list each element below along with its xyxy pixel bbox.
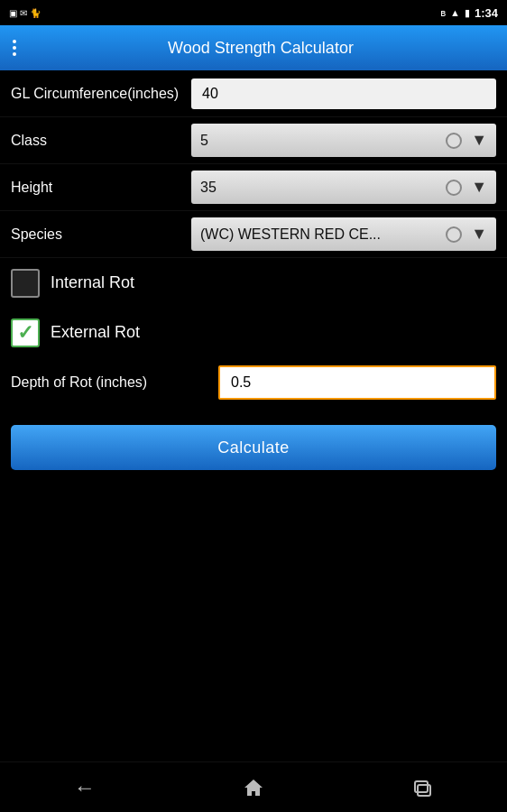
checkmark-icon: ✓ (17, 323, 33, 343)
height-row: Height 35 ▼ (0, 164, 507, 211)
gl-circumference-label: GL Circumference(inches) (11, 86, 191, 102)
depth-of-rot-row: Depth of Rot (inches) (0, 357, 507, 407)
calculate-section: Calculate (0, 407, 507, 479)
home-button[interactable] (226, 770, 281, 806)
internal-rot-checkbox[interactable] (11, 269, 40, 298)
height-value: 35 (200, 180, 446, 196)
class-dropdown[interactable]: 5 ▼ (191, 124, 496, 157)
status-bar: ▣ ✉ 🐈 ʙ ▲ ▮ 1:34 (0, 0, 507, 25)
species-value: (WC) WESTERN RED CE... (200, 226, 446, 243)
species-dropdown-arrow: ▼ (471, 225, 487, 244)
app-title: Wood Strength Calculator (27, 39, 494, 58)
recent-apps-button[interactable] (395, 770, 449, 806)
recent-apps-icon (412, 779, 432, 797)
gl-circumference-row: GL Circumference(inches) (0, 70, 507, 117)
height-label: Height (11, 180, 191, 196)
species-dropdown[interactable]: (WC) WESTERN RED CE... ▼ (191, 217, 496, 251)
class-radio-indicator (446, 133, 462, 149)
bluetooth-icon: ʙ (440, 7, 446, 19)
status-bar-right-icons: ʙ ▲ ▮ 1:34 (440, 6, 498, 20)
app-bar: Wood Strength Calculator (0, 25, 507, 70)
back-icon: ← (74, 775, 96, 800)
notification-icons: ▣ ✉ 🐈 (9, 8, 41, 18)
species-row: Species (WC) WESTERN RED CE... ▼ (0, 211, 507, 258)
wifi-icon: ▲ (450, 7, 460, 18)
external-rot-row: ✓ External Rot (0, 308, 507, 357)
depth-of-rot-input[interactable] (218, 365, 496, 400)
bottom-nav: ← (0, 761, 507, 812)
menu-button[interactable] (13, 40, 16, 56)
gl-circumference-input[interactable] (191, 78, 496, 109)
class-dropdown-arrow: ▼ (471, 131, 487, 150)
main-content: GL Circumference(inches) Class 5 ▼ Heigh… (0, 70, 507, 479)
height-dropdown[interactable]: 35 ▼ (191, 171, 496, 204)
depth-of-rot-label: Depth of Rot (inches) (11, 374, 218, 391)
svg-marker-0 (244, 780, 263, 796)
external-rot-label: External Rot (51, 323, 140, 342)
internal-rot-label: Internal Rot (51, 273, 134, 292)
status-bar-left-icons: ▣ ✉ 🐈 (9, 8, 41, 18)
back-button[interactable]: ← (58, 770, 112, 806)
class-row: Class 5 ▼ (0, 117, 507, 164)
external-rot-checkbox[interactable]: ✓ (11, 318, 40, 347)
battery-icon: ▮ (465, 7, 470, 19)
class-label: Class (11, 133, 191, 149)
status-time: 1:34 (475, 6, 498, 20)
internal-rot-row: Internal Rot (0, 258, 507, 308)
class-value: 5 (200, 133, 446, 149)
calculate-button[interactable]: Calculate (11, 425, 496, 470)
height-radio-indicator (446, 180, 462, 196)
height-dropdown-arrow: ▼ (471, 178, 487, 197)
home-icon (243, 778, 264, 798)
species-label: Species (11, 226, 191, 243)
species-radio-indicator (446, 226, 462, 243)
